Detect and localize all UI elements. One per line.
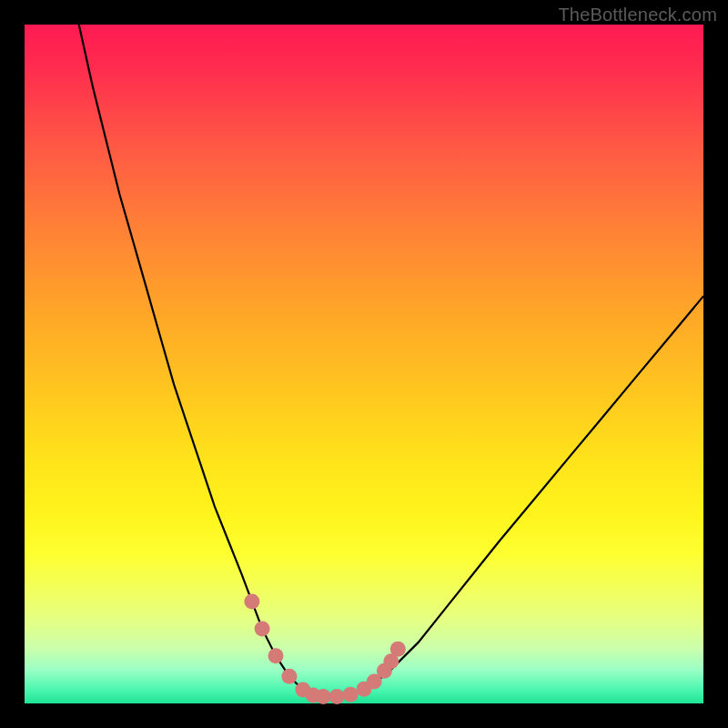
- curve-marker: [390, 642, 406, 657]
- watermark-text: TheBottleneck.com: [558, 5, 717, 25]
- chart-svg: [25, 25, 703, 703]
- curve-marker: [268, 648, 284, 663]
- curve-marker: [329, 689, 345, 704]
- chart-frame: TheBottleneck.com: [0, 0, 728, 728]
- curve-marker: [281, 669, 297, 684]
- curve-marker: [244, 594, 259, 610]
- bottleneck-curve: [79, 25, 703, 697]
- chart-plot-area: [25, 25, 703, 703]
- curve-markers: [244, 594, 405, 704]
- curve-marker: [343, 687, 359, 703]
- curve-marker: [316, 689, 331, 704]
- curve-marker: [255, 621, 270, 636]
